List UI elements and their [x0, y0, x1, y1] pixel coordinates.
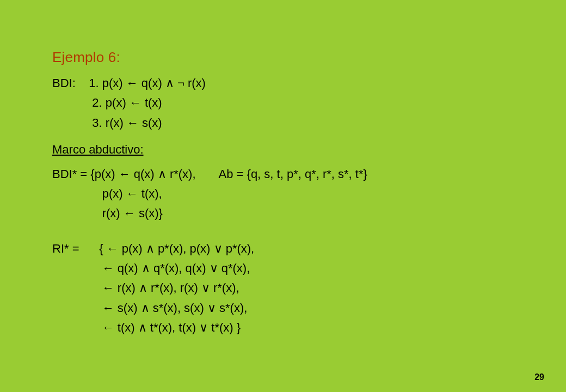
ri-row-2: ← q(x) ∧ q*(x), q(x) ∨ q*(x), — [52, 259, 517, 278]
indent — [52, 187, 102, 200]
marco-heading: Marco abductivo: — [52, 143, 517, 157]
ri-rule-4: ← s(x) ∧ s*(x), s(x) ∨ s*(x), — [102, 301, 248, 315]
indent — [52, 281, 102, 295]
indent — [52, 301, 102, 315]
bdi-block: BDI: 1. p(x) ← q(x) ∧ ¬ r(x) 2. p(x) ← t… — [52, 74, 517, 133]
bdi-rule-2: 2. p(x) ← t(x) — [92, 96, 162, 109]
bdistar-row-2: p(x) ← t(x), — [52, 184, 517, 204]
indent — [52, 96, 79, 109]
bdistar-row-3: r(x) ← s(x)} — [52, 204, 517, 223]
bdistar-rule-2: p(x) ← t(x), — [102, 187, 162, 200]
bdistar-left: BDI* = {p(x) ← q(x) ∧ r*(x), — [52, 164, 196, 184]
bdistar-row-1: BDI* = {p(x) ← q(x) ∧ r*(x), Ab = {q, s,… — [52, 164, 517, 184]
ri-rule-5: ← t(x) ∧ t*(x), t(x) ∨ t*(x) } — [102, 321, 241, 334]
ri-row-3: ← r(x) ∧ r*(x), r(x) ∨ r*(x), — [52, 278, 517, 298]
ri-row-1: RI* = { ← p(x) ∧ p*(x), p(x) ∨ p*(x), — [52, 239, 517, 259]
ri-rule-2: ← q(x) ∧ q*(x), q(x) ∨ q*(x), — [102, 261, 250, 275]
indent — [52, 116, 79, 130]
bdi-line-3: 3. r(x) ← s(x) — [52, 113, 517, 133]
ri-rule-3: ← r(x) ∧ r*(x), r(x) ∨ r*(x), — [102, 281, 239, 295]
ri-row-5: ← t(x) ∧ t*(x), t(x) ∨ t*(x) } — [52, 318, 517, 338]
bdi-line-1: BDI: 1. p(x) ← q(x) ∧ ¬ r(x) — [52, 74, 517, 93]
ri-block: RI* = { ← p(x) ∧ p*(x), p(x) ∨ p*(x), ← … — [52, 239, 517, 338]
indent — [52, 321, 102, 334]
bdi-rule-1: 1. p(x) ← q(x) ∧ ¬ r(x) — [89, 76, 206, 90]
bdistar-rule-3: r(x) ← s(x)} — [102, 206, 163, 220]
bdi-rule-3: 3. r(x) ← s(x) — [92, 116, 162, 130]
bdistar-block: BDI* = {p(x) ← q(x) ∧ r*(x), Ab = {q, s,… — [52, 164, 517, 224]
slide: Ejemplo 6: BDI: 1. p(x) ← q(x) ∧ ¬ r(x) … — [0, 0, 566, 392]
indent — [52, 206, 102, 220]
page-number: 29 — [534, 372, 544, 382]
bdi-label: BDI: — [52, 76, 76, 90]
ri-row-4: ← s(x) ∧ s*(x), s(x) ∨ s*(x), — [52, 298, 517, 318]
slide-title: Ejemplo 6: — [52, 49, 517, 66]
bdi-line-2: 2. p(x) ← t(x) — [52, 93, 517, 113]
indent — [52, 261, 102, 275]
ab-set: Ab = {q, s, t, p*, q*, r*, s*, t*} — [219, 164, 367, 184]
